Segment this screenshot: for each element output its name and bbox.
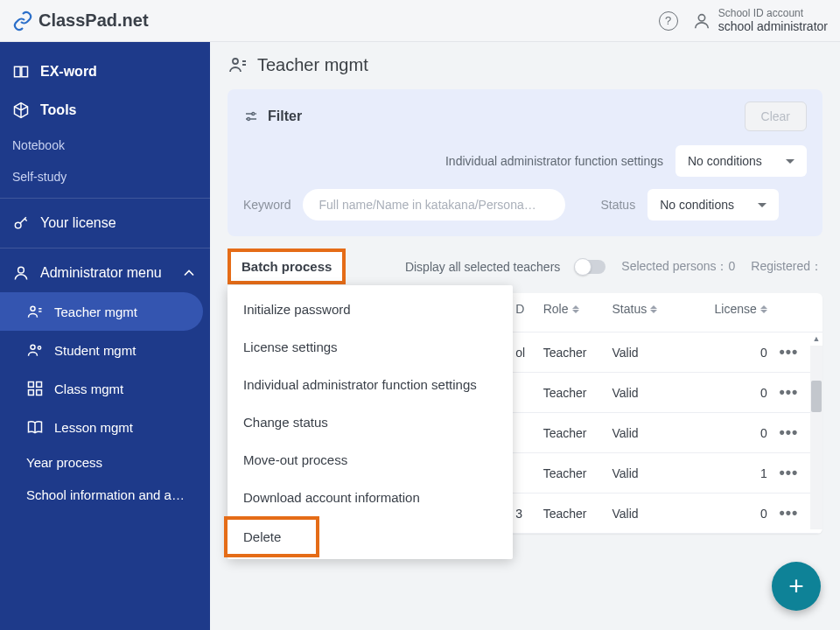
- brand-name: ClassPad.net: [38, 10, 149, 31]
- cell-status: Valid: [612, 386, 698, 400]
- svg-point-12: [248, 118, 250, 121]
- svg-rect-9: [37, 390, 42, 396]
- sidebar-item-student-mgmt[interactable]: Student mgmt: [0, 331, 210, 369]
- dropdown-value: No conditions: [660, 198, 734, 212]
- cell-license: 0: [698, 507, 767, 521]
- cell-d: ol: [515, 346, 529, 360]
- clear-button[interactable]: Clear: [745, 102, 807, 131]
- page-header: Teacher mgmt: [228, 54, 822, 75]
- row-actions-button[interactable]: •••: [767, 464, 810, 482]
- filter-title: Filter: [268, 108, 302, 124]
- keyword-label: Keyword: [243, 198, 290, 212]
- col-header-d[interactable]: D: [515, 302, 529, 316]
- sidebar-item-admin-menu[interactable]: Administrator menu: [0, 254, 210, 292]
- svg-rect-8: [29, 390, 34, 396]
- brand[interactable]: ClassPad.net: [12, 10, 149, 32]
- sidebar-label: Tools: [40, 102, 76, 118]
- cell-status: Valid: [612, 346, 698, 360]
- open-book-icon: [26, 418, 44, 436]
- teacher-icon: [228, 54, 248, 75]
- sidebar-label: EX-word: [40, 64, 97, 80]
- svg-rect-7: [37, 382, 42, 388]
- menu-item-download-account[interactable]: Download account information: [228, 479, 513, 516]
- keyword-input[interactable]: [303, 189, 565, 220]
- box-icon: [12, 102, 30, 119]
- row-actions-button[interactable]: •••: [767, 383, 810, 402]
- sidebar-label: Student mgmt: [54, 343, 136, 358]
- user-account[interactable]: School ID account school administrator: [692, 7, 828, 34]
- svg-point-5: [38, 346, 40, 349]
- menu-item-initialize-password[interactable]: Initialize password: [228, 290, 513, 328]
- sidebar-item-notebook[interactable]: Notebook: [0, 130, 210, 161]
- plus-icon: +: [788, 571, 804, 601]
- sidebar-item-license[interactable]: Your license: [0, 204, 210, 242]
- sidebar-item-exword[interactable]: EX-word: [0, 52, 210, 91]
- batch-process-menu: Initialize password License settings Ind…: [228, 285, 513, 559]
- account-type: School ID account: [718, 7, 828, 19]
- scroll-down-icon[interactable]: ▼: [811, 531, 822, 534]
- menu-item-delete[interactable]: Delete: [228, 520, 316, 554]
- sidebar-item-lesson-mgmt[interactable]: Lesson mgmt: [0, 408, 210, 446]
- cell-license: 0: [698, 426, 767, 440]
- sidebar-item-selfstudy[interactable]: Self-study: [0, 161, 210, 192]
- sidebar-item-class-mgmt[interactable]: Class mgmt: [0, 369, 210, 408]
- status-filter-dropdown[interactable]: No conditions: [648, 189, 779, 220]
- cell-status: Valid: [612, 507, 698, 521]
- cell-d: 3: [515, 507, 529, 521]
- scrollbar-thumb[interactable]: [811, 381, 822, 412]
- svg-point-1: [15, 222, 21, 228]
- svg-rect-6: [29, 382, 34, 388]
- admin-filter-dropdown[interactable]: No conditions: [676, 145, 807, 177]
- batch-process-button[interactable]: Batch process: [228, 248, 346, 284]
- status-label: Status: [600, 198, 635, 212]
- col-header-role[interactable]: Role: [543, 302, 612, 316]
- add-button[interactable]: +: [772, 562, 821, 611]
- sidebar-item-tools[interactable]: Tools: [0, 91, 210, 130]
- scrollbar-track[interactable]: [810, 346, 822, 529]
- row-actions-button[interactable]: •••: [767, 504, 810, 522]
- help-icon[interactable]: ?: [659, 11, 678, 31]
- sidebar-item-year-process[interactable]: Year process: [0, 446, 210, 479]
- sidebar-item-school-info[interactable]: School information and a…: [0, 479, 210, 511]
- cell-status: Valid: [612, 426, 698, 440]
- sidebar-label: Notebook: [12, 138, 65, 152]
- sliders-icon: [243, 108, 259, 124]
- svg-point-4: [31, 345, 35, 349]
- row-actions-button[interactable]: •••: [767, 343, 810, 361]
- grid-icon: [26, 380, 44, 397]
- dropdown-value: No conditions: [688, 154, 762, 168]
- sidebar-label: School information and a…: [26, 487, 185, 502]
- cell-role: Teacher: [543, 346, 612, 360]
- svg-point-10: [233, 59, 238, 64]
- registered-count: Registered：: [751, 259, 822, 275]
- filter-admin-label: Individual administrator function settin…: [436, 153, 663, 169]
- scroll-up-icon[interactable]: ▲: [811, 333, 822, 344]
- col-header-license[interactable]: License: [698, 302, 767, 316]
- display-all-toggle[interactable]: [576, 260, 606, 274]
- menu-item-moveout[interactable]: Move-out process: [228, 441, 513, 479]
- sidebar: EX-word Tools Notebook Self-study Your l…: [0, 42, 210, 630]
- content: Teacher mgmt Filter Clear Individual adm…: [210, 42, 840, 630]
- menu-item-license-settings[interactable]: License settings: [228, 328, 513, 366]
- cell-status: Valid: [612, 466, 698, 480]
- page-title: Teacher mgmt: [257, 55, 368, 75]
- sidebar-label: Teacher mgmt: [54, 304, 137, 319]
- divider: [0, 198, 210, 199]
- account-role: school administrator: [718, 19, 828, 34]
- topbar: ClassPad.net ? School ID account school …: [0, 0, 840, 42]
- sidebar-label: Lesson mgmt: [54, 420, 133, 435]
- cell-role: Teacher: [543, 386, 612, 400]
- sidebar-item-teacher-mgmt[interactable]: Teacher mgmt: [0, 292, 203, 331]
- student-icon: [26, 341, 44, 359]
- row-actions-button[interactable]: •••: [767, 424, 810, 442]
- caret-down-icon: [786, 159, 794, 164]
- book-icon: [12, 63, 30, 80]
- menu-item-admin-function[interactable]: Individual administrator function settin…: [228, 366, 513, 403]
- col-header-status[interactable]: Status: [612, 302, 698, 316]
- cell-license: 1: [698, 466, 767, 480]
- divider: [0, 248, 210, 248]
- sidebar-label: Your license: [40, 215, 116, 231]
- selected-count: Selected persons：0: [621, 259, 735, 275]
- menu-item-change-status[interactable]: Change status: [228, 403, 513, 441]
- sidebar-label: Class mgmt: [54, 382, 123, 396]
